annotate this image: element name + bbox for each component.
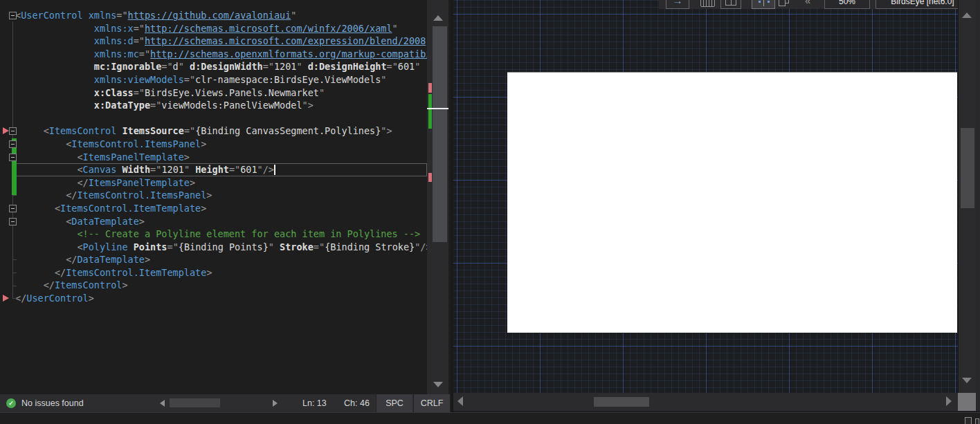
editor-scrollbar[interactable] [427,0,448,394]
code-line-17[interactable]: <DataTemplate> [15,215,427,228]
pin-dot-left [759,1,761,3]
code-line-14[interactable]: </ItemsPanelTemplate> [15,176,427,190]
fold-end-tick [12,298,17,299]
code-line-4[interactable]: xmlns:mc="http://schemas.openxmlformats.… [15,48,427,61]
code-line-6[interactable]: xmlns:viewModels="clr-namespace:BirdsEye… [15,73,427,86]
code-line-23[interactable]: </UserControl> [15,292,427,305]
hscroll-thumb[interactable] [170,398,220,407]
canvas-preview[interactable] [507,72,957,333]
scroll-down-arrow-icon[interactable] [433,382,443,387]
copy-frame-front-square [779,0,786,6]
scroll-mark-error [428,173,432,182]
scroll-mark-added [428,94,432,129]
preview-target-select[interactable]: BirdsEye [net6.0] [875,0,970,9]
code-line-20[interactable]: </DataTemplate> [15,253,427,266]
code-line-11[interactable]: <ItemsControl.ItemsPanel> [15,138,427,151]
code-line-19[interactable]: <Polyline Points="{Binding Points}" Stro… [15,241,427,254]
code-line-5[interactable]: mc:Ignorable="d" d:DesignWidth="1201" d:… [15,60,427,73]
code-lines: <UserControl xmlns="https://github.com/a… [0,9,427,305]
scrollbar-corner [958,393,976,411]
designer-scroll-right-icon[interactable] [946,396,952,406]
fold-end-tick [12,259,17,260]
fold-collapse-icon[interactable] [9,218,17,225]
fold-collapse-icon[interactable] [9,140,17,148]
alignment-pins-icon [763,0,764,6]
code-line-7[interactable]: x:Class="BirdsEye.Views.Panels.Newmarket… [15,86,427,100]
designer-hscroll-thumb[interactable] [594,397,649,407]
split-view-icon [725,0,736,6]
code-line-22[interactable]: </ItemsControl> [15,279,427,292]
editor-scrollbar-thumb[interactable] [433,26,447,242]
scroll-mark-caret [427,108,448,109]
copy-frame-icon[interactable] [779,0,791,8]
status-message: No issues found [21,394,84,412]
forward-arrow-icon: → [666,0,689,8]
ruler-icon[interactable] [700,0,715,7]
status-line-number[interactable]: Ln: 13 [302,394,327,412]
code-line-13[interactable]: <Canvas Width="1201" Height="601"/> [15,163,427,176]
hscroll-right-arrow-icon[interactable] [273,400,278,407]
hscroll-left-arrow-icon[interactable] [160,400,165,407]
code-line-16[interactable]: <ItemsControl.ItemTemplate> [15,202,427,215]
fold-collapse-icon[interactable] [9,12,17,19]
split-view-button[interactable] [720,0,741,9]
fold-end-tick [12,273,17,273]
code-line-12[interactable]: <ItemsPanelTemplate> [15,151,427,164]
code-line-1[interactable]: <UserControl xmlns="https://github.com/a… [15,9,427,22]
status-column-number[interactable]: Ch: 46 [344,394,370,412]
text-cursor [274,165,275,175]
designer-toolbar: → « 50% BirdsEye [net6.0] [659,0,980,9]
designer-scroll-down-icon[interactable] [962,378,972,383]
collapse-chevrons-icon[interactable]: « [805,0,810,6]
designer-horizontal-scrollbar[interactable] [453,393,958,411]
code-line-8[interactable]: x:DataType="viewModels:PanelViewModel"> [15,99,427,112]
fold-collapse-icon[interactable] [9,154,17,161]
editor-gutter [0,0,19,394]
scroll-mark-error [428,83,432,93]
docked-panel-icon[interactable] [965,417,972,424]
fold-end-tick [12,286,17,286]
bottom-strip [0,412,980,424]
zoom-level-select[interactable]: 50% [824,0,870,9]
code-line-2[interactable]: xmlns:x="http://schemas.microsoft.com/wi… [15,22,427,35]
status-line-ending[interactable]: CRLF [413,394,451,412]
editor-statusbar: ✓ No issues found Ln: 13 Ch: 46 SPC CRLF [0,394,451,412]
code-line-3[interactable]: xmlns:d="http://schemas.microsoft.com/ex… [15,35,427,48]
fold-collapse-icon[interactable] [9,127,17,135]
code-line-10[interactable]: <ItemsControl ItemsSource="{Binding Canv… [15,125,427,138]
designer-scroll-left-icon[interactable] [457,396,463,406]
code-line-15[interactable]: </ItemsControl.ItemsPanel> [15,189,427,202]
status-indent-mode[interactable]: SPC [376,394,412,412]
designer-vertical-scrollbar[interactable] [958,0,976,393]
designer-vscroll-thumb[interactable] [961,128,974,208]
code-line-21[interactable]: </ItemsControl.ItemTemplate> [15,266,427,279]
alignment-pins-button[interactable] [752,0,775,9]
marker-triangle-icon[interactable] [3,295,9,302]
code-editor-pane: <UserControl xmlns="https://github.com/a… [0,0,451,424]
fold-end-tick [12,195,17,196]
code-text-area[interactable]: <UserControl xmlns="https://github.com/a… [0,0,427,394]
designer-scroll-up-icon[interactable] [962,12,972,18]
fold-collapse-icon[interactable] [9,205,17,212]
no-issues-check-icon: ✓ [6,398,16,408]
forward-arrow-button[interactable]: → [666,0,689,9]
designer-pane: → « 50% BirdsEye [net6.0] [453,0,980,424]
scroll-up-arrow-icon[interactable] [433,15,443,21]
marker-triangle-icon[interactable] [3,127,9,134]
pane-right-edge [976,0,980,411]
code-line-18[interactable]: <!-- Create a Polyline element for each … [15,228,427,241]
docked-panel-icon[interactable] [975,418,979,424]
code-line-9[interactable] [15,112,427,125]
xaml-editor-window: <UserControl xmlns="https://github.com/a… [0,0,980,424]
pin-dot-right [768,1,770,3]
